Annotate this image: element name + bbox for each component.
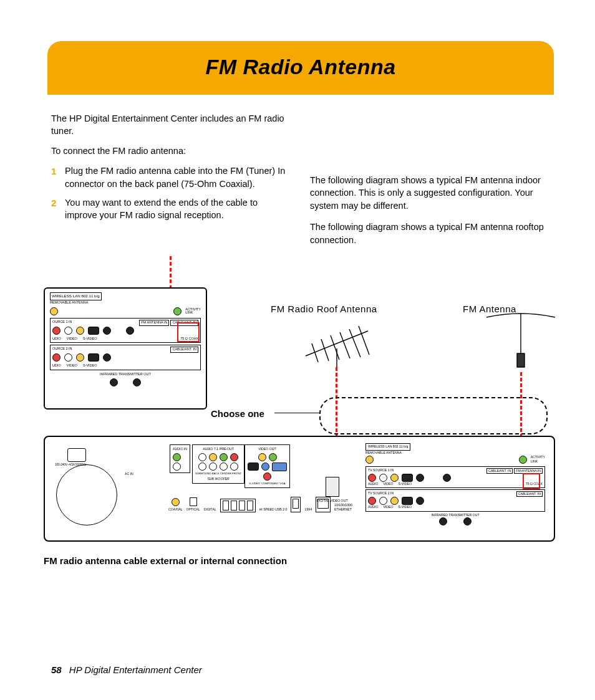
video-jack-icon [390, 474, 399, 482]
video-jack-icon [258, 453, 266, 461]
audio-jack-icon [368, 474, 376, 482]
removable-antenna-label: REMOVABLE ANTENNA [50, 300, 201, 305]
svg-line-4 [340, 332, 350, 358]
preout-label: AUDIO 7.1 PRE-OUT [203, 447, 234, 451]
page-number: 58 [51, 664, 62, 675]
firewire-port-icon [293, 499, 299, 509]
svideo-label: S-VIDEO [399, 482, 412, 486]
choose-one-label: Choose one [211, 407, 264, 420]
coaxial-label: COAXIAL [168, 507, 183, 512]
audio-label: UDIO [52, 363, 61, 368]
closeup-panel: WIRELESS LAN 802.11 b/g REMOVABLE ANTENN… [44, 287, 207, 410]
link-label: LINK [531, 459, 538, 463]
usb-port-icon [247, 501, 253, 511]
ir-jack-icon [463, 517, 472, 525]
link-label: LINK [185, 310, 193, 314]
svideo-jack-icon [88, 353, 99, 362]
coax-jack-icon [416, 497, 424, 505]
svideo-jack-icon [248, 463, 259, 471]
audio-label: UDIO [52, 337, 61, 342]
fm-coax-jack-icon [443, 474, 451, 482]
fm-antenna-in-label: FM ANTENNA IN [139, 320, 169, 326]
choose-dashed-box [319, 397, 548, 434]
audio-jack-icon [209, 463, 217, 471]
usb-port-icon [231, 501, 237, 511]
firewire-label: 1394 [304, 507, 312, 512]
ir-jack-icon [439, 517, 447, 525]
audio-jack-icon [198, 453, 206, 461]
ir-jack-icon [133, 378, 141, 386]
right-p2: The following diagram shows a typical FM… [310, 221, 550, 246]
ir-out-label: INFRARED TRANSMITTER OUT [50, 372, 201, 377]
audio-jack-icon [379, 474, 387, 482]
video-label: VIDEO [383, 505, 393, 509]
audio-jack-icon [52, 353, 60, 362]
source1-label: OURCE 1 IN [52, 320, 72, 324]
back-panel: 100-240V~4/2A 50/60Hz AC IN AUDIO IN AUD… [44, 436, 555, 542]
led-icon [173, 307, 181, 315]
coax-jack-icon [416, 474, 424, 482]
fan-icon [56, 464, 117, 525]
diagram-caption: FM radio antenna cable external or inter… [44, 554, 287, 567]
two-column-body: 1 Plug the FM radio antenna cable into t… [51, 165, 550, 255]
svideo-label: S-VIDEO [399, 505, 412, 509]
audio-jack-icon [230, 453, 238, 461]
component-jack-icon [269, 453, 277, 461]
vga-port-icon [272, 463, 287, 471]
svg-line-3 [331, 335, 339, 360]
led-icon [519, 456, 527, 464]
usb-port-icon [223, 501, 229, 511]
audio-jack-icon [173, 453, 181, 461]
choose-leader-line [274, 413, 319, 413]
digital-label: DIGITAL [204, 507, 216, 512]
red-highlight-box [523, 473, 540, 489]
audio-jack-icon [52, 327, 60, 335]
cable-ant-label: CABLE/ANT. IN [170, 347, 198, 353]
cable-ant-label: CABLE/ANT. IN [516, 491, 543, 497]
ethernet-label: ETHERNET [334, 507, 352, 511]
intro-p1: The HP Digital Entertainment Center incl… [51, 112, 307, 138]
intro-block: The HP Digital Entertainment Center incl… [51, 112, 550, 158]
step-number: 1 [51, 165, 60, 190]
step-text: Plug the FM radio antenna cable into the… [65, 165, 291, 190]
antenna-jack-icon [50, 307, 58, 315]
usb-port-icon [239, 501, 245, 511]
eth-speed-label: 10/100/1000 [334, 503, 352, 507]
dvo-label: DIGITAL VIDEO OUT [317, 499, 348, 503]
audio-jack-icon [209, 453, 217, 461]
video-jack-icon [76, 353, 84, 362]
left-column: 1 Plug the FM radio antenna cable into t… [51, 165, 291, 255]
audio-jack-icon [230, 463, 238, 471]
audio-in-label: AUDIO IN [173, 447, 187, 451]
audio-jack-icon [173, 463, 181, 471]
step-2: 2 You may want to extend the ends of the… [51, 196, 291, 222]
sub-label: SUB WOOFER [207, 477, 229, 481]
svideo-jack-icon [402, 474, 413, 482]
coax-jack-icon [172, 498, 180, 506]
svg-rect-9 [517, 353, 525, 367]
diagram-area: WIRELESS LAN 802.11 b/g REMOVABLE ANTENN… [51, 279, 550, 553]
video-jack-icon [76, 327, 84, 335]
audio-label: AUDIO [368, 482, 378, 486]
removable-antenna-label: REMOVABLE ANTENNA [365, 451, 545, 455]
video-label: VIDEO [67, 363, 77, 368]
dvi-port-icon [326, 477, 339, 497]
roof-antenna-label: FM Radio Roof Antenna [271, 302, 377, 315]
svideo-jack-icon [88, 327, 99, 335]
video-label: VIDEO [67, 337, 77, 342]
video-jack-icon [390, 497, 399, 505]
coax-jack-icon [103, 327, 111, 335]
title-banner: FM Radio Antenna [47, 41, 554, 95]
right-column: The following diagram shows a typical FM… [310, 165, 550, 255]
component-jack-icon [261, 463, 269, 471]
intro-p2: To connect the FM radio antenna: [51, 145, 307, 157]
audio-jack-icon [220, 463, 228, 471]
video-label: VIDEO [383, 482, 393, 486]
ac-in-label: AC IN [125, 472, 133, 476]
tv2-label: TV SOURCE 2 IN [368, 491, 394, 495]
fm-coax-jack-icon [126, 327, 134, 335]
ir-jack-icon [110, 378, 118, 386]
fm-antenna-in-label: FM ANTENNA IN [514, 468, 543, 474]
svg-line-2 [321, 339, 329, 361]
step-number: 2 [51, 196, 60, 222]
